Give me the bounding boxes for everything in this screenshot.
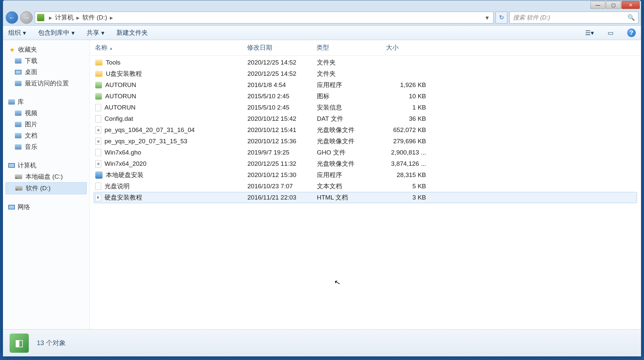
file-type: 光盘映像文件 — [317, 159, 386, 168]
address-bar[interactable]: ▸ 计算机 ▸ 软件 (D:) ▸ ▾ — [35, 12, 494, 23]
computer-icon — [8, 163, 15, 168]
chevron-down-icon: ▾ — [23, 29, 26, 37]
sidebar-item[interactable]: 桌面 — [6, 67, 87, 78]
sidebar-item-label: 软件 (D:) — [26, 184, 51, 193]
favorites-header[interactable]: ★ 收藏夹 — [6, 44, 87, 55]
file-name: Tools — [106, 59, 120, 66]
file-size: 36 KB — [386, 115, 429, 122]
sidebar-item[interactable]: 音乐 — [6, 141, 87, 153]
file-row[interactable]: 本地硬盘安装2020/10/12 15:30应用程序28,315 KB — [94, 169, 637, 181]
folder-icon — [95, 60, 103, 66]
include-library-menu[interactable]: 包含到库中 ▾ — [38, 28, 75, 37]
column-headers: 名称 ▲ 修改日期 类型 大小 — [90, 40, 641, 56]
chevron-down-icon: ▾ — [101, 29, 105, 37]
sidebar-item[interactable]: 软件 (D:) — [6, 182, 87, 194]
file-date: 2016/1/8 4:54 — [247, 81, 317, 89]
sidebar-item-label: 文档 — [25, 131, 37, 140]
file-row[interactable]: U盘安装教程2020/12/25 14:52文件夹 — [94, 68, 637, 79]
sidebar-item-label: 下载 — [25, 57, 37, 65]
file-date: 2016/10/23 7:07 — [247, 183, 317, 190]
file-row[interactable]: 光盘说明2016/10/23 7:07文本文档5 KB — [94, 181, 637, 192]
breadcrumb-computer[interactable]: 计算机 — [55, 13, 74, 22]
address-dropdown-icon[interactable]: ▾ — [483, 14, 491, 22]
file-size: 3 KB — [386, 194, 429, 201]
file-row[interactable]: Win7x64.gho2019/9/7 19:25GHO 文件2,900,813… — [94, 147, 637, 158]
search-icon: 🔍 — [627, 14, 635, 21]
organize-label: 组织 — [8, 28, 21, 37]
help-button[interactable]: ? — [627, 28, 636, 37]
network-header[interactable]: 网络 — [6, 202, 87, 213]
file-date: 2020/12/25 14:52 — [247, 59, 317, 66]
drive-icon — [15, 174, 22, 179]
file-name: U盘安装教程 — [106, 69, 142, 78]
favorites-group: ★ 收藏夹 下载桌面最近访问的位置 — [6, 44, 87, 89]
ico-icon — [95, 93, 102, 100]
sidebar-item-label: 视频 — [25, 109, 37, 117]
file-size: 1,926 KB — [386, 81, 429, 89]
file-date: 2020/10/12 15:36 — [247, 138, 317, 145]
computer-label: 计算机 — [18, 161, 36, 170]
sidebar-item-label: 音乐 — [25, 143, 37, 151]
search-input[interactable]: 搜索 软件 (D:) 🔍 — [509, 12, 638, 23]
file-name: AUTORUN — [105, 93, 136, 100]
file-row[interactable]: AUTORUN2016/1/8 4:54应用程序1,926 KB — [94, 79, 637, 91]
file-size: 3,874,126 ... — [386, 160, 429, 167]
close-button[interactable]: ✕ — [622, 1, 640, 9]
file-row[interactable]: pe_yqs_1064_20_07_31_16_042020/10/12 15:… — [94, 124, 637, 136]
computer-header[interactable]: 计算机 — [6, 160, 87, 171]
iso-icon — [95, 160, 101, 167]
organize-menu[interactable]: 组织 ▾ — [8, 28, 26, 37]
window-controls: — ▢ ✕ — [590, 1, 640, 9]
file-type: 文件夹 — [317, 69, 386, 78]
file-type: 应用程序 — [317, 81, 386, 89]
sidebar-item[interactable]: 本地磁盘 (C:) — [6, 171, 87, 182]
column-type[interactable]: 类型 — [315, 43, 385, 53]
folderblue-icon — [15, 81, 21, 86]
chevron-down-icon: ▾ — [71, 29, 75, 37]
file-type: 文件夹 — [317, 58, 386, 67]
forward-button[interactable]: → — [20, 11, 33, 24]
status-bar: ◧ 13 个对象 — [3, 329, 641, 356]
sidebar-item[interactable]: 文档 — [6, 130, 87, 141]
file-name: 硬盘安装教程 — [105, 193, 142, 202]
breadcrumb-sep: ▸ — [76, 14, 80, 22]
sidebar-item[interactable]: 最近访问的位置 — [6, 78, 87, 89]
main-area: ★ 收藏夹 下载桌面最近访问的位置 库 视频图片文档音乐 计算机 本地磁盘 (C… — [3, 40, 641, 329]
share-menu[interactable]: 共享 ▾ — [87, 28, 105, 37]
back-button[interactable]: ← — [6, 11, 18, 24]
column-name[interactable]: 名称 ▲ — [94, 43, 246, 53]
sidebar-item-label: 本地磁盘 (C:) — [25, 172, 63, 181]
file-row[interactable]: 硬盘安装教程2016/11/21 22:03HTML 文档3 KB — [94, 192, 637, 203]
search-placeholder: 搜索 软件 (D:) — [513, 14, 550, 22]
file-size: 279,696 KB — [386, 138, 429, 145]
col-name-label: 名称 — [95, 44, 107, 51]
file-list: 名称 ▲ 修改日期 类型 大小 Tools2020/12/25 14:52文件夹… — [90, 40, 641, 329]
sort-indicator-icon: ▲ — [109, 46, 113, 50]
file-row[interactable]: Win7x64_20202020/12/25 11:32光盘映像文件3,874,… — [94, 158, 637, 169]
column-date[interactable]: 修改日期 — [246, 43, 315, 53]
refresh-button[interactable]: ↻ — [495, 12, 507, 23]
libraries-header[interactable]: 库 — [6, 96, 87, 108]
file-name: 本地硬盘安装 — [106, 171, 144, 179]
preview-pane-button[interactable]: ▭ — [606, 29, 615, 37]
inf-icon — [95, 104, 101, 111]
column-size[interactable]: 大小 — [385, 43, 428, 53]
file-row[interactable]: AUTORUN2015/5/10 2:45安装信息1 KB — [94, 102, 637, 113]
file-date: 2016/11/21 22:03 — [247, 194, 317, 201]
maximize-button[interactable]: ▢ — [606, 1, 621, 9]
network-icon — [8, 205, 15, 209]
file-type: 文本文档 — [317, 182, 386, 191]
folderblue-icon — [15, 58, 21, 64]
file-row[interactable]: pe_yqs_xp_20_07_31_15_532020/10/12 15:36… — [94, 136, 637, 147]
sidebar-item-label: 最近访问的位置 — [25, 79, 69, 88]
view-menu[interactable]: ☰ ▾ — [585, 29, 594, 37]
file-row[interactable]: Config.dat2020/10/12 15:42DAT 文件36 KB — [94, 113, 637, 124]
breadcrumb-drive[interactable]: 软件 (D:) — [82, 13, 107, 22]
minimize-button[interactable]: — — [590, 1, 605, 9]
file-row[interactable]: AUTORUN2015/5/10 2:45图标10 KB — [94, 91, 637, 102]
sidebar-item[interactable]: 下载 — [6, 55, 87, 67]
new-folder-button[interactable]: 新建文件夹 — [116, 28, 148, 37]
file-row[interactable]: Tools2020/12/25 14:52文件夹 — [94, 57, 637, 68]
sidebar-item[interactable]: 视频 — [6, 108, 87, 119]
sidebar-item[interactable]: 图片 — [6, 119, 87, 130]
